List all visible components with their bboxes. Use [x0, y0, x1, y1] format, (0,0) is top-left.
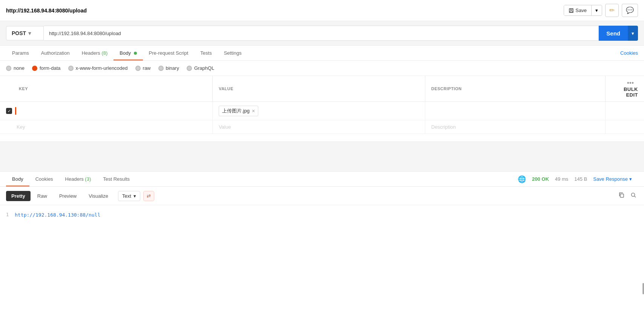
comment-button[interactable]: 💬 — [622, 4, 638, 17]
url-input[interactable] — [44, 26, 599, 41]
format-chevron-icon: ▾ — [133, 193, 136, 199]
toolbar-right — [617, 191, 638, 201]
response-tab-body[interactable]: Body — [6, 172, 29, 186]
method-select[interactable]: POST ▾ — [6, 26, 44, 40]
save-dropdown-button[interactable]: ▾ — [592, 5, 602, 15]
response-line-1: 1 http://192.168.94.130:88/null — [6, 211, 638, 218]
save-button[interactable]: Save — [564, 5, 592, 15]
radio-binary-circle — [158, 66, 164, 71]
tab-tests[interactable]: Tests — [194, 46, 218, 60]
svg-rect-1 — [570, 8, 572, 10]
row-1-value-cell: 上传图片.jpg × — [213, 102, 425, 120]
response-tabs-nav: Body Cookies Headers (3) Test Results 🌐 … — [0, 172, 644, 187]
more-options-icon[interactable]: ••• — [627, 80, 634, 86]
radio-raw-circle — [135, 66, 141, 71]
response-status-area: 🌐 200 OK 49 ms 145 B Save Response ▾ — [512, 175, 638, 183]
col-header-key: KEY — [0, 76, 213, 102]
row-1-checkbox[interactable]: ✓ — [6, 108, 12, 114]
radio-urlencoded[interactable]: x-www-form-urlencoded — [68, 65, 128, 71]
search-button[interactable] — [629, 191, 638, 201]
placeholder-desc-cell: Description — [425, 120, 605, 134]
body-active-dot — [134, 52, 137, 55]
radio-none[interactable]: none — [6, 65, 25, 71]
radio-graphql-circle — [187, 66, 192, 71]
status-ok: 200 OK — [532, 176, 549, 182]
placeholder-key-cell — [0, 120, 213, 134]
view-raw-button[interactable]: Raw — [32, 191, 52, 201]
method-chevron-icon: ▾ — [28, 30, 31, 36]
line-number-1: 1 — [6, 212, 9, 217]
tab-body[interactable]: Body — [113, 46, 143, 60]
tab-headers[interactable]: Headers (8) — [76, 46, 114, 60]
radio-binary[interactable]: binary — [158, 65, 179, 71]
new-key-input[interactable] — [17, 124, 206, 130]
table-row-placeholder: Value Description — [0, 120, 644, 134]
copy-icon — [618, 192, 624, 198]
svg-line-5 — [635, 196, 636, 198]
radio-form-data[interactable]: form-data — [32, 65, 61, 71]
globe-icon: 🌐 — [518, 175, 526, 183]
view-preview-button[interactable]: Preview — [54, 191, 82, 201]
tab-params[interactable]: Params — [6, 46, 35, 60]
request-bar: POST ▾ Send ▾ — [0, 21, 644, 46]
tab-pre-request-script[interactable]: Pre-request Script — [143, 46, 195, 60]
table-row: ✓ 上传图片.jpg × — [0, 102, 644, 120]
response-tab-headers[interactable]: Headers (3) — [59, 172, 97, 186]
copy-button[interactable] — [617, 191, 626, 201]
col-header-description: DESCRIPTION — [425, 76, 605, 102]
save-icon — [569, 8, 574, 13]
save-response-chevron-icon: ▾ — [629, 176, 632, 182]
top-bar-url: http://192.168.94.84:8080/upload — [6, 8, 87, 14]
svg-rect-3 — [620, 194, 624, 197]
row-1-key-input[interactable] — [21, 108, 206, 114]
response-content: 1 http://192.168.94.130:88/null — [0, 205, 644, 228]
col-header-actions: ••• Bulk Edit — [605, 76, 644, 102]
status-size: 145 B — [574, 176, 587, 182]
response-toolbar: Pretty Raw Preview Visualize Text ▾ ⇄ — [0, 187, 644, 205]
placeholder-value-cell: Value — [213, 120, 425, 134]
format-dropdown[interactable]: Text ▾ — [118, 191, 140, 201]
response-link[interactable]: http://192.168.94.130:88/null — [15, 212, 100, 218]
radio-urlencoded-circle — [68, 66, 74, 71]
tab-authorization[interactable]: Authorization — [35, 46, 76, 60]
wrap-button[interactable]: ⇄ — [143, 191, 154, 201]
status-time: 49 ms — [555, 176, 568, 182]
search-icon — [630, 192, 636, 198]
radio-graphql[interactable]: GraphQL — [187, 65, 214, 71]
bulk-edit-button[interactable]: Bulk Edit — [624, 86, 638, 98]
edit-button[interactable]: ✏ — [605, 4, 619, 17]
radio-raw[interactable]: raw — [135, 65, 151, 71]
cookies-link[interactable]: Cookies — [620, 46, 638, 60]
top-bar: http://192.168.94.84:8080/upload Save ▾ … — [0, 0, 644, 21]
row-1-key-cell: ✓ — [0, 102, 213, 120]
section-divider — [0, 141, 644, 172]
svg-rect-2 — [570, 11, 573, 12]
row-1-desc-cell — [425, 102, 605, 120]
response-tab-test-results[interactable]: Test Results — [97, 172, 136, 186]
tab-settings[interactable]: Settings — [218, 46, 248, 60]
col-header-value: VALUE — [213, 76, 425, 102]
body-type-options: none form-data x-www-form-urlencoded raw… — [0, 61, 644, 76]
file-tag-remove[interactable]: × — [252, 108, 255, 114]
svg-point-4 — [632, 193, 635, 197]
view-visualize-button[interactable]: Visualize — [83, 191, 113, 201]
top-bar-actions: Save ▾ ✏ 💬 — [564, 4, 638, 17]
radio-form-data-circle — [32, 66, 37, 71]
wrap-icon: ⇄ — [147, 193, 151, 199]
form-data-table: KEY VALUE DESCRIPTION ••• Bulk Edit ✓ — [0, 76, 644, 134]
row-1-actions-cell — [605, 102, 644, 120]
save-response-button[interactable]: Save Response ▾ — [593, 176, 632, 182]
placeholder-actions-cell — [605, 120, 644, 134]
file-tag: 上传图片.jpg × — [219, 106, 258, 116]
radio-none-circle — [6, 66, 11, 71]
view-pretty-button[interactable]: Pretty — [6, 191, 31, 201]
send-button[interactable]: Send — [599, 26, 628, 41]
request-tabs-nav: Params Authorization Headers (8) Body Pr… — [0, 46, 644, 61]
response-tab-cookies[interactable]: Cookies — [29, 172, 59, 186]
send-dropdown-button[interactable]: ▾ — [628, 26, 638, 41]
